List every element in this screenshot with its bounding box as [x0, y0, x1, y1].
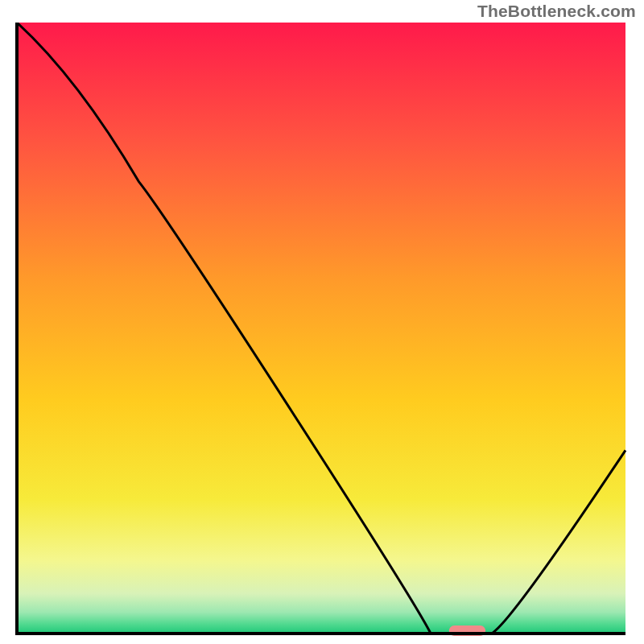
gradient-background: [17, 23, 625, 634]
plot-area: [14, 23, 628, 636]
chart-svg: [14, 23, 628, 636]
attribution-label: TheBottleneck.com: [477, 2, 636, 21]
chart-container: TheBottleneck.com: [0, 0, 644, 644]
